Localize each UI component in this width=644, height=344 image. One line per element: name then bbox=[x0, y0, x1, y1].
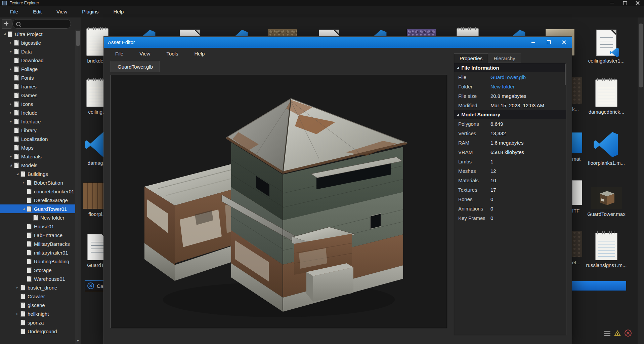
tree-item-fonts[interactable]: Fonts bbox=[0, 73, 75, 82]
grid-item-partial[interactable]: mat bbox=[572, 126, 592, 172]
tree-item-storage[interactable]: Storage bbox=[0, 266, 75, 274]
app-close-button[interactable] bbox=[631, 0, 644, 6]
tree-item-label: Fonts bbox=[21, 75, 34, 81]
tree-item-localization[interactable]: Localization bbox=[0, 135, 75, 143]
tree-item-giscene[interactable]: giscene bbox=[0, 301, 75, 309]
scroll-down-arrow-icon[interactable]: ▾ bbox=[75, 339, 81, 343]
error-icon[interactable] bbox=[625, 330, 632, 337]
section-header-file-information[interactable]: ◢File Information bbox=[454, 63, 566, 72]
tab-guardtower-glb[interactable]: GuardTower.glb bbox=[111, 61, 160, 72]
tree-item-derelictgarage[interactable]: DerelictGarage bbox=[0, 196, 75, 204]
menu-item-file[interactable]: File bbox=[3, 6, 26, 17]
editor-minimize-button[interactable] bbox=[525, 37, 541, 48]
tree-item-concretebunker01[interactable]: concretebunker01 bbox=[0, 187, 75, 196]
tree-item-ultra-project[interactable]: ◢Ultra Project bbox=[0, 30, 75, 38]
tree-item-icons[interactable]: ▸Icons bbox=[0, 100, 75, 108]
tree-scrollbar[interactable]: ▾ bbox=[75, 30, 81, 344]
collapsed-arrow-icon[interactable]: ▸ bbox=[8, 111, 13, 114]
collapsed-arrow-icon[interactable]: ▸ bbox=[15, 286, 20, 289]
tree-item-library[interactable]: Library bbox=[0, 126, 75, 135]
editor-menu-item-help[interactable]: Help bbox=[186, 48, 213, 60]
section-collapse-icon[interactable]: ◢ bbox=[457, 113, 459, 116]
tree-item-materials[interactable]: ▸Materials bbox=[0, 152, 75, 161]
scrollbar-thumb[interactable] bbox=[76, 31, 80, 46]
tree-item-hellknight[interactable]: ▸hellknight bbox=[0, 309, 75, 318]
editor-menu-item-tools[interactable]: Tools bbox=[158, 48, 186, 60]
collapsed-arrow-icon[interactable]: ▸ bbox=[15, 312, 20, 315]
file-icon bbox=[14, 40, 19, 46]
tree-item-warehouse01[interactable]: Warehouse01 bbox=[0, 274, 75, 283]
search-input[interactable] bbox=[23, 21, 65, 27]
tree-item-guardtower01[interactable]: ◢GuardTower01 bbox=[0, 204, 75, 213]
menu-item-view[interactable]: View bbox=[49, 6, 75, 17]
expanded-arrow-icon[interactable]: ◢ bbox=[8, 163, 13, 167]
project-explorer-panel: ◢Ultra Project▸bigcastle▸DataDownload▸Fo… bbox=[0, 17, 81, 344]
collapsed-arrow-icon[interactable]: ▸ bbox=[21, 181, 26, 184]
collapsed-arrow-icon[interactable]: ▸ bbox=[8, 50, 13, 53]
scrollbar-thumb[interactable] bbox=[639, 24, 643, 87]
collapsed-arrow-icon[interactable]: ▸ bbox=[8, 41, 13, 44]
tree-item-frames[interactable]: frames bbox=[0, 82, 75, 91]
app-maximize-button[interactable] bbox=[618, 0, 631, 6]
expanded-arrow-icon[interactable]: ◢ bbox=[2, 32, 7, 36]
collapsed-arrow-icon[interactable]: ▸ bbox=[8, 67, 13, 71]
tree-item-buster-drone[interactable]: ▸buster_drone bbox=[0, 283, 75, 292]
tab-hierarchy[interactable]: Hierarchy bbox=[488, 53, 521, 63]
tree-item-new-folder[interactable]: New folder bbox=[0, 213, 75, 222]
editor-menu-item-file[interactable]: File bbox=[107, 48, 131, 60]
tree-item-militarybarracks[interactable]: MilitaryBarracks bbox=[0, 239, 75, 248]
tree-item-routingbuilding[interactable]: RoutingBuilding bbox=[0, 257, 75, 266]
tree-item-militarytrailer01[interactable]: militarytrailer01 bbox=[0, 248, 75, 257]
grid-item-partial[interactable]: k... bbox=[572, 75, 592, 121]
tree-item-include[interactable]: ▸Include bbox=[0, 108, 75, 117]
grid-item-partial[interactable]: et... bbox=[572, 228, 592, 274]
section-header-model-summary[interactable]: ◢Model Summary bbox=[454, 110, 566, 119]
collapsed-arrow-icon[interactable]: ▸ bbox=[8, 120, 13, 123]
tree-item-house01[interactable]: House01 bbox=[0, 222, 75, 231]
tree-item-download[interactable]: Download bbox=[0, 56, 75, 65]
tree-item-underground[interactable]: Underground bbox=[0, 327, 75, 336]
menu-item-edit[interactable]: Edit bbox=[26, 6, 49, 17]
editor-maximize-button[interactable] bbox=[541, 37, 556, 48]
tree-item-foliage[interactable]: ▸Foliage bbox=[0, 65, 75, 73]
app-menubar: FileEditViewPluginsHelp bbox=[0, 6, 644, 17]
vscode-icon bbox=[593, 131, 620, 158]
collapsed-arrow-icon[interactable]: ▸ bbox=[8, 155, 13, 158]
tree-item-games[interactable]: Games bbox=[0, 91, 75, 100]
expanded-arrow-icon[interactable]: ◢ bbox=[15, 172, 20, 176]
property-value[interactable]: New folder bbox=[490, 84, 515, 89]
tree-item-interface[interactable]: ▸Interface bbox=[0, 117, 75, 126]
grid-item-partial[interactable]: ITF bbox=[572, 177, 592, 223]
search-box[interactable] bbox=[12, 19, 71, 29]
desktop-scrollbar[interactable] bbox=[638, 17, 644, 344]
property-value[interactable]: GuardTower.glb bbox=[490, 74, 526, 80]
asset-editor-titlebar[interactable]: Asset Editor bbox=[104, 37, 572, 48]
tree-item-data[interactable]: ▸Data bbox=[0, 47, 75, 56]
expanded-arrow-icon[interactable]: ◢ bbox=[21, 207, 26, 211]
properties-scrollbar[interactable] bbox=[565, 64, 566, 85]
warning-icon[interactable] bbox=[614, 330, 621, 336]
file-icon bbox=[27, 232, 32, 238]
section-collapse-icon[interactable]: ◢ bbox=[457, 66, 459, 69]
tree-item-crawler[interactable]: Crawler bbox=[0, 292, 75, 301]
editor-menu-item-view[interactable]: View bbox=[131, 48, 158, 60]
menu-item-plugins[interactable]: Plugins bbox=[75, 6, 106, 17]
tree-item-boberstation[interactable]: ▸BoberStation bbox=[0, 178, 75, 187]
add-button[interactable] bbox=[2, 19, 11, 29]
tree-item-models[interactable]: ◢Models bbox=[0, 161, 75, 169]
app-titlebar: Texture Explorer bbox=[0, 0, 644, 6]
grid-item-ceilingplaster1[interactable]: ceilingplaster1... bbox=[585, 24, 628, 70]
tab-properties[interactable]: Properties bbox=[454, 53, 488, 63]
file-icon bbox=[27, 180, 32, 186]
collapsed-arrow-icon[interactable]: ▸ bbox=[8, 102, 13, 106]
editor-close-button[interactable] bbox=[556, 37, 572, 48]
tree-item-maps[interactable]: Maps bbox=[0, 143, 75, 152]
tree-item-labentrance[interactable]: LabEntrance bbox=[0, 231, 75, 239]
model-viewport[interactable] bbox=[111, 75, 447, 328]
list-view-icon[interactable] bbox=[604, 331, 610, 336]
tree-item-buildings[interactable]: ◢Buildings bbox=[0, 169, 75, 178]
app-minimize-button[interactable] bbox=[606, 0, 618, 6]
menu-item-help[interactable]: Help bbox=[106, 6, 131, 17]
tree-item-bigcastle[interactable]: ▸bigcastle bbox=[0, 38, 75, 47]
tree-item-sponza[interactable]: sponza bbox=[0, 318, 75, 327]
